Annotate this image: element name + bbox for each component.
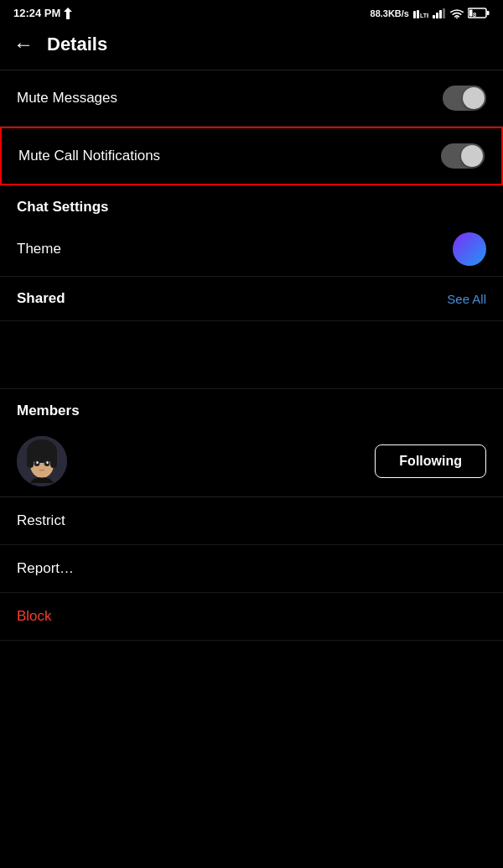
status-right: 88.3KB/s LTE 8 (371, 8, 490, 18)
svg-text:LTE: LTE (420, 13, 428, 18)
svg-rect-4 (433, 15, 435, 18)
back-button[interactable]: ← (13, 33, 34, 56)
svg-rect-2 (417, 10, 419, 18)
location-icon (64, 8, 72, 19)
mute-call-notifications-row: Mute Call Notifications (0, 127, 503, 185)
svg-marker-0 (64, 8, 72, 19)
status-left: 12:24 PM (13, 7, 72, 19)
status-bar: 12:24 PM 88.3KB/s LTE 8 (0, 0, 503, 23)
theme-row: Theme (0, 222, 503, 277)
mute-messages-label: Mute Messages (17, 90, 117, 107)
avatar-svg (17, 436, 67, 486)
svg-point-8 (456, 17, 458, 18)
svg-point-21 (36, 461, 38, 464)
toggle-knob (463, 87, 485, 109)
page-title: Details (47, 34, 107, 55)
member-row: Following (0, 426, 503, 497)
block-row[interactable]: Block (0, 593, 503, 641)
mute-messages-toggle[interactable] (443, 86, 486, 111)
avatar (17, 436, 67, 486)
signal-icon (433, 8, 446, 18)
shared-label: Shared (17, 290, 65, 307)
toggle-knob-call (461, 145, 483, 167)
svg-rect-6 (439, 10, 442, 18)
mute-messages-row: Mute Messages (0, 70, 503, 127)
mute-call-notifications-label: Mute Call Notifications (18, 148, 160, 164)
network-speed: 88.3KB/s (371, 8, 409, 18)
chat-settings-header: Chat Settings (0, 185, 503, 222)
restrict-row[interactable]: Restrict (0, 497, 503, 545)
shared-row: Shared See All (0, 277, 503, 321)
time: 12:24 PM (13, 7, 60, 19)
svg-rect-5 (436, 13, 438, 18)
svg-rect-10 (487, 11, 490, 15)
svg-rect-1 (413, 11, 416, 18)
svg-point-18 (29, 450, 55, 463)
svg-rect-7 (443, 8, 445, 18)
following-button[interactable]: Following (375, 444, 486, 478)
spacer (0, 321, 503, 388)
header: ← Details (0, 23, 503, 70)
theme-circle[interactable] (453, 232, 486, 266)
lte-icon: LTE (413, 8, 428, 18)
battery-icon: 8 (468, 8, 490, 18)
svg-rect-11 (469, 10, 473, 17)
members-section-header: Members (0, 388, 503, 426)
theme-label: Theme (17, 241, 61, 257)
svg-text:8: 8 (473, 11, 476, 18)
see-all-link[interactable]: See All (447, 292, 486, 306)
mute-call-notifications-toggle[interactable] (441, 143, 485, 169)
wifi-icon (450, 8, 464, 18)
svg-point-22 (46, 461, 48, 464)
report-row[interactable]: Report… (0, 545, 503, 593)
member-left (17, 436, 67, 486)
